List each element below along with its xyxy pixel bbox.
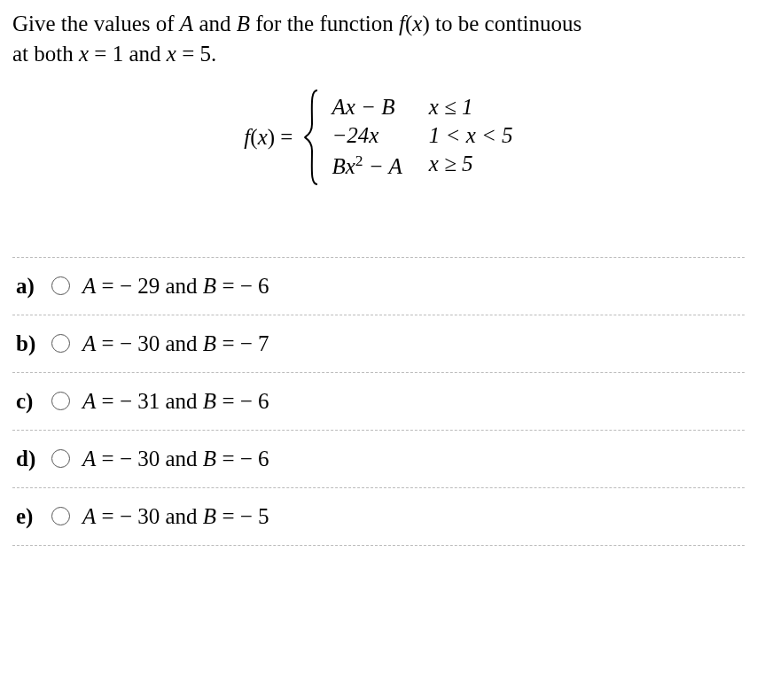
case3-cond: x ≥ 5 — [429, 152, 513, 179]
option-label: c) — [16, 389, 39, 414]
option-d[interactable]: d) A = − 30 and B = − 6 — [12, 431, 745, 488]
option-label: b) — [16, 331, 39, 356]
cases-grid: Ax − B x ≤ 1 −24x 1 < x < 5 Bx2 − A x ≥ … — [332, 95, 512, 179]
left-brace-icon — [303, 89, 321, 186]
options-list: a) A = − 29 and B = − 6 b) A = − 30 and … — [12, 257, 745, 546]
q-eq2-rhs: = 5 — [176, 42, 211, 66]
q-mid1: for the function — [250, 12, 399, 35]
q-prefix: Give the values of — [12, 12, 180, 35]
question-text: Give the values of A and B for the funct… — [12, 9, 745, 69]
q-pc: ) — [422, 12, 429, 35]
option-label: a) — [16, 274, 39, 299]
q-f: f — [399, 12, 405, 35]
case2-cond: 1 < x < 5 — [429, 123, 513, 148]
option-b[interactable]: b) A = − 30 and B = − 7 — [12, 315, 745, 373]
radio-icon[interactable] — [51, 392, 70, 410]
option-text: A = − 31 and B = − 6 — [82, 389, 269, 414]
lhs-eq: = — [275, 125, 293, 149]
radio-icon[interactable] — [51, 449, 70, 468]
q-eq2-lhs: x — [167, 42, 176, 66]
case1-expr: Ax − B — [332, 95, 402, 120]
case1-cond: x ≤ 1 — [429, 95, 513, 120]
option-a[interactable]: a) A = − 29 and B = − 6 — [12, 257, 745, 315]
lhs-po: ( — [250, 125, 257, 149]
q-var-b: B — [237, 12, 250, 35]
piecewise-formula: f(x) = Ax − B x ≤ 1 −24x 1 < x < 5 Bx2 −… — [12, 89, 745, 186]
lhs-x: x — [258, 125, 268, 149]
q-and2: and — [123, 42, 167, 66]
case3-expr: Bx2 − A — [332, 152, 402, 179]
option-label: e) — [16, 504, 39, 529]
option-text: A = − 30 and B = − 7 — [82, 331, 269, 356]
q-and1: and — [193, 12, 237, 35]
option-text: A = − 30 and B = − 6 — [82, 447, 269, 471]
radio-icon[interactable] — [51, 276, 70, 295]
option-text: A = − 30 and B = − 5 — [82, 504, 269, 529]
option-e[interactable]: e) A = − 30 and B = − 5 — [12, 488, 745, 546]
q-var-a: A — [180, 12, 193, 35]
radio-icon[interactable] — [51, 507, 70, 525]
option-label: d) — [16, 447, 39, 471]
q-eq1-rhs: = 1 — [89, 42, 123, 66]
case2-expr: −24x — [332, 123, 402, 148]
page-root: Give the values of A and B for the funct… — [0, 0, 757, 555]
option-c[interactable]: c) A = − 31 and B = − 6 — [12, 373, 745, 431]
lhs-pc: ) — [268, 125, 275, 149]
radio-icon[interactable] — [51, 334, 70, 353]
q-line2-prefix: at both — [12, 42, 79, 66]
q-mid2: to be continuous — [430, 12, 582, 35]
formula-lhs: f(x) = — [244, 125, 293, 150]
q-x: x — [412, 12, 422, 35]
q-eq1-lhs: x — [79, 42, 89, 66]
q-period: . — [211, 42, 216, 66]
option-text: A = − 29 and B = − 6 — [82, 274, 269, 299]
